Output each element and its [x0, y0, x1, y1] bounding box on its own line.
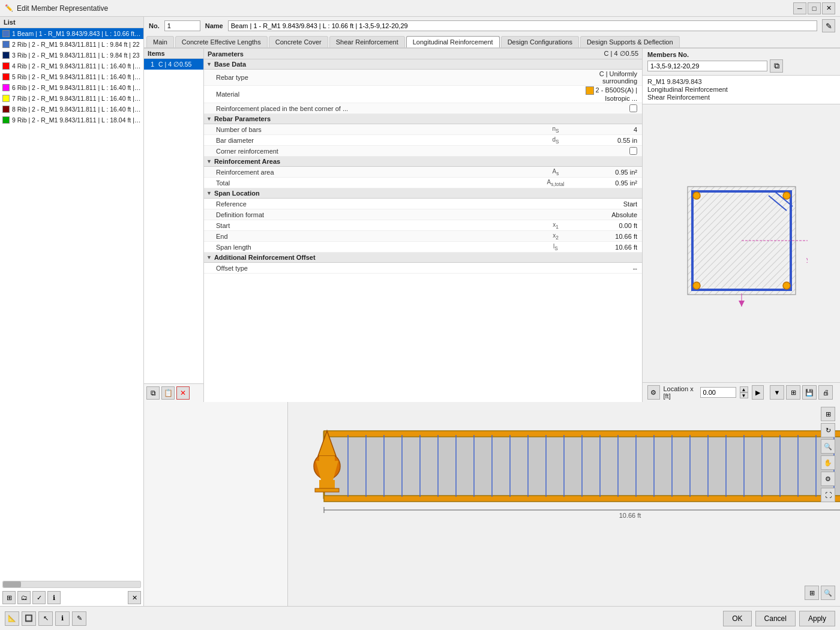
name-input[interactable] [228, 20, 817, 31]
param-start: Start x1 0.00 ft [204, 220, 642, 231]
close-list-button[interactable]: ✕ [128, 591, 141, 604]
bottom-center-view: ⊞ ↻ 🔍 ✋ ⚙ ⛶ [288, 402, 840, 606]
location-input[interactable] [700, 387, 736, 398]
param-number-of-bars: Number of bars nS 4 [204, 124, 642, 135]
ok-button[interactable]: OK [723, 611, 751, 626]
location-label: Location x [ft] [664, 385, 697, 400]
param-name: Start [216, 222, 544, 229]
param-value: C | Uniformly surrounding [568, 70, 640, 85]
name-edit-button[interactable]: ✎ [822, 19, 835, 32]
tab-shear-reinforcement[interactable]: Shear Reinforcement [329, 36, 405, 47]
delete-item-button[interactable]: ✕ [176, 386, 190, 400]
param-value: Absolute [568, 211, 640, 218]
corner-reinforcement-checkbox[interactable] [629, 147, 637, 155]
tab-concrete-cover[interactable]: Concrete Cover [269, 36, 328, 47]
pan-button[interactable]: ✋ [821, 455, 835, 470]
view-3d-button[interactable]: ⊞ [821, 407, 835, 421]
tab-design-supports-deflection[interactable]: Design Supports & Deflection [580, 36, 680, 47]
list-item-color [2, 30, 10, 37]
param-total: Total As,total 0.95 in² [204, 178, 642, 188]
members-no-input[interactable] [647, 61, 767, 71]
list-item[interactable]: 8 Rib | 2 - R_M1 9.843/11.811 | L : 16.4… [0, 104, 143, 115]
bent-corner-checkbox[interactable] [629, 104, 637, 112]
info2-button[interactable]: ℹ [55, 611, 70, 626]
step-up-button[interactable]: ▲ [740, 386, 748, 392]
list-item[interactable]: 7 Rib | 2 - R_M1 9.843/11.811 | L : 16.4… [0, 93, 143, 104]
minimize-button[interactable]: ─ [793, 2, 806, 14]
list-item[interactable]: 5 Rib | 2 - R_M1 9.843/11.811 | L : 16.4… [0, 71, 143, 82]
settings2-button[interactable]: ⚙ [821, 472, 835, 486]
list-item[interactable]: 9 Rib | 2 - R_M1 9.843/11.811 | L : 18.0… [0, 115, 143, 125]
param-symbol: x2 [544, 232, 568, 241]
list-item[interactable]: 1 Beam | 1 - R_M1 9.843/9.843 | L : 10.6… [0, 28, 143, 39]
copy-members-button[interactable]: ⧉ [770, 59, 783, 73]
scroll-thumb [3, 581, 21, 587]
section-base-data[interactable]: ▼ Base Data [204, 59, 642, 70]
export-button[interactable]: 💾 [802, 385, 817, 400]
view-options-button[interactable]: ⊞ [786, 385, 800, 400]
item-number: 1 [146, 61, 158, 68]
snap-button[interactable]: 📐 [5, 611, 19, 626]
step-down-button[interactable]: ▼ [740, 392, 748, 398]
tab-main[interactable]: Main [146, 36, 174, 47]
tab-longitudinal-reinforcement[interactable]: Longitudinal Reinforcement [406, 36, 500, 47]
center-panel: No. Name ✎ Main Concrete Effective Lengt… [144, 17, 840, 606]
section-rebar-params[interactable]: ▼ Rebar Parameters [204, 114, 642, 124]
play-button[interactable]: ▶ [752, 385, 764, 400]
list-item[interactable]: 3 Rib | 2 - R_M1 9.843/11.811 | L : 9.84… [0, 50, 143, 61]
param-symbol: lS [544, 243, 568, 251]
paste-item-button[interactable]: 📋 [161, 386, 175, 400]
maximize-button[interactable]: □ [808, 2, 821, 14]
item-row[interactable]: 1 C | 4 ∅0.55 [144, 59, 203, 70]
section-additional-offset[interactable]: ▼ Additional Reinforcement Offset [204, 253, 642, 263]
settings-button[interactable]: ⚙ [647, 385, 660, 400]
section-title: Base Data [214, 61, 246, 68]
param-value: 4 [568, 126, 640, 133]
cursor-button[interactable]: ↖ [38, 611, 53, 626]
footer: 📐 🔲 ↖ ℹ ✎ OK Cancel Apply [0, 606, 840, 630]
list-item[interactable]: 4 Rib | 2 - R_M1 9.843/11.811 | L : 16.4… [0, 61, 143, 71]
grid-view-button[interactable]: ⊞ [805, 586, 819, 600]
fullscreen-button[interactable]: ⛶ [821, 488, 835, 502]
filter-button[interactable]: ▼ [770, 385, 784, 400]
copy-item-button[interactable]: ⧉ [146, 386, 160, 400]
left-panel: List 1 Beam | 1 - R_M1 9.843/9.843 | L :… [0, 17, 144, 606]
horizontal-scrollbar[interactable] [2, 581, 141, 588]
param-reference: Reference Start [204, 199, 642, 209]
param-value: 2 - B500S(A) | Isotropic ... [568, 86, 640, 102]
param-name: Reference [216, 200, 544, 208]
list-item[interactable]: 2 Rib | 2 - R_M1 9.843/11.811 | L : 9.84… [0, 39, 143, 50]
rotate-button[interactable]: ↻ [821, 423, 835, 437]
tab-design-configurations[interactable]: Design Configurations [501, 36, 579, 47]
info-button[interactable]: ℹ [47, 591, 61, 604]
param-name: Rebar type [216, 74, 544, 81]
apply-button[interactable]: Apply [799, 611, 835, 626]
close-button[interactable]: ✕ [822, 2, 835, 14]
zoom-button[interactable]: 🔍 [821, 439, 835, 454]
section-span-location[interactable]: ▼ Span Location [204, 188, 642, 199]
members-no-label: Members No. [647, 51, 783, 58]
section-reinforcement-areas[interactable]: ▼ Reinforcement Areas [204, 157, 642, 167]
tab-concrete-effective-lengths[interactable]: Concrete Effective Lengths [175, 36, 268, 47]
param-value: 0.95 in² [568, 169, 640, 176]
check-button[interactable]: ✓ [32, 591, 46, 604]
param-name: Corner reinforcement [216, 148, 544, 155]
view-button[interactable]: 🗂 [17, 591, 31, 604]
bottom-left-empty [144, 402, 288, 606]
param-name: Span length [216, 244, 544, 251]
script-button[interactable]: ✎ [72, 611, 86, 626]
zoom-in-button[interactable]: 🔍 [821, 586, 835, 600]
render-button[interactable]: 🔲 [22, 611, 36, 626]
cancel-button[interactable]: Cancel [755, 611, 796, 626]
param-symbol: dS [544, 136, 568, 145]
cross-section-svg: y 2 [676, 178, 808, 310]
app-icon: ✏️ [5, 4, 13, 12]
print-button[interactable]: 🖨 [818, 385, 833, 400]
zoom-fit-button[interactable]: ⊞ [2, 591, 16, 604]
param-bar-diameter: Bar diameter dS 0.55 in [204, 135, 642, 146]
param-name: Total [216, 179, 544, 187]
no-input[interactable] [164, 20, 200, 31]
param-symbol: As [544, 168, 568, 176]
items-list: 1 C | 4 ∅0.55 [144, 59, 203, 383]
list-item[interactable]: 6 Rib | 2 - R_M1 9.843/11.811 | L : 16.4… [0, 82, 143, 93]
